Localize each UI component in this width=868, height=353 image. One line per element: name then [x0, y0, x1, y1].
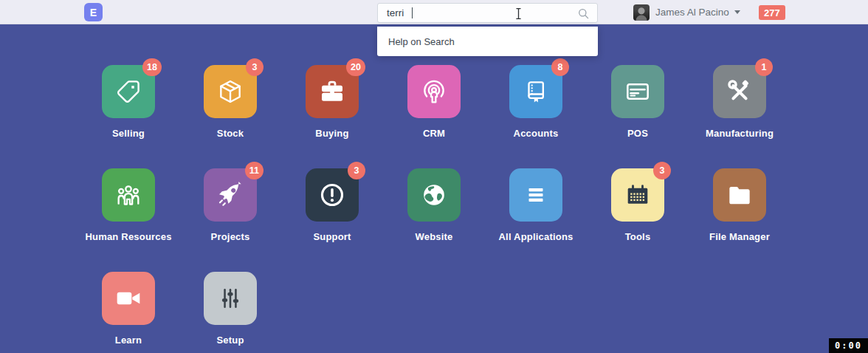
module-badge-count: 3 — [653, 162, 671, 179]
module-icon-box[interactable]: 18 — [102, 65, 155, 118]
briefcase-icon — [317, 77, 347, 106]
module-icon-box[interactable]: 3 — [611, 168, 664, 222]
tools-icon — [725, 77, 754, 106]
module-selling[interactable]: 18 Selling — [78, 65, 179, 139]
module-label: Buying — [315, 128, 348, 139]
module-label: CRM — [423, 128, 445, 139]
module-all-applications[interactable]: All Applications — [485, 168, 587, 242]
rocket-icon — [216, 180, 245, 210]
module-icon-box[interactable] — [611, 65, 664, 118]
global-search: Help on Search — [377, 3, 598, 23]
module-icon-box[interactable] — [509, 168, 562, 222]
module-icon-box[interactable]: 20 — [306, 65, 359, 118]
module-icon-box[interactable] — [407, 168, 461, 222]
menu-icon — [521, 180, 551, 210]
module-accounts[interactable]: 8 Accounts — [485, 65, 587, 139]
module-icon-box[interactable]: 3 — [204, 65, 257, 118]
mouse-cursor-ibeam — [514, 7, 523, 24]
module-label: Manufacturing — [706, 128, 774, 139]
sliders-icon — [216, 284, 244, 312]
issue-icon — [317, 180, 347, 210]
people-icon — [114, 180, 143, 210]
module-grid: 18 Selling 3 Stock 20 Buying CRM 8 Accou… — [78, 24, 790, 353]
module-label: Projects — [211, 231, 250, 242]
module-label: Stock — [217, 128, 244, 139]
module-icon-box[interactable]: 11 — [204, 168, 257, 222]
module-icon-box[interactable] — [102, 272, 155, 325]
user-menu[interactable]: James Al Pacino — [655, 7, 740, 18]
folder-icon — [725, 180, 754, 210]
module-manufacturing[interactable]: 1 Manufacturing — [689, 65, 790, 139]
video-icon — [114, 284, 143, 313]
package-icon — [216, 78, 244, 106]
module-label: All Applications — [499, 231, 574, 242]
module-label: Support — [313, 231, 351, 242]
navbar: E Help on Search James Al Pacino 277 — [0, 0, 868, 24]
module-icon-box[interactable]: 1 — [713, 65, 766, 118]
module-website[interactable]: Website — [383, 168, 485, 242]
module-label: Selling — [112, 128, 145, 139]
globe-icon — [419, 180, 449, 210]
search-icon[interactable] — [577, 7, 590, 20]
module-badge-count: 1 — [755, 58, 773, 76]
notification-count-badge[interactable]: 277 — [759, 5, 785, 20]
module-human-resources[interactable]: Human Resources — [78, 168, 179, 242]
avatar[interactable] — [633, 4, 650, 21]
module-icon-box[interactable]: 8 — [509, 65, 562, 118]
module-label: POS — [627, 128, 648, 139]
module-label: Tools — [625, 231, 651, 242]
user-area: James Al Pacino 277 — [633, 0, 740, 24]
module-crm[interactable]: CRM — [383, 65, 485, 139]
module-label: Setup — [216, 335, 244, 346]
module-support[interactable]: 3 Support — [281, 168, 383, 242]
recording-timer: 0:00 — [829, 338, 868, 353]
module-label: Accounts — [514, 128, 559, 139]
search-input[interactable] — [377, 3, 598, 23]
module-badge-count: 18 — [142, 58, 162, 76]
app-logo[interactable]: E — [84, 3, 103, 21]
search-dropdown: Help on Search — [377, 27, 598, 56]
module-pos[interactable]: POS — [587, 65, 689, 139]
credit-card-icon — [623, 77, 652, 106]
module-setup[interactable]: Setup — [179, 272, 281, 346]
module-label: Website — [415, 231, 452, 242]
desk-background: 18 Selling 3 Stock 20 Buying CRM 8 Accou… — [0, 24, 868, 353]
calendar-icon — [624, 181, 652, 209]
module-badge-count: 11 — [245, 162, 264, 179]
module-buying[interactable]: 20 Buying — [281, 65, 383, 139]
module-icon-box[interactable] — [713, 168, 766, 222]
module-label: Learn — [115, 335, 142, 346]
module-tools[interactable]: 3 Tools — [587, 168, 689, 242]
module-icon-box[interactable] — [102, 168, 155, 222]
module-file-manager[interactable]: File Manager — [689, 168, 790, 242]
text-caret — [412, 7, 413, 18]
module-badge-count: 20 — [346, 58, 365, 76]
module-icon-box[interactable] — [204, 272, 257, 325]
module-icon-box[interactable]: 3 — [306, 168, 359, 222]
user-name-label: James Al Pacino — [655, 7, 729, 18]
ledger-icon — [522, 78, 550, 106]
module-badge-count: 3 — [348, 162, 365, 179]
module-badge-count: 8 — [551, 58, 569, 76]
module-badge-count: 3 — [246, 58, 264, 76]
module-learn[interactable]: Learn — [78, 272, 179, 346]
module-icon-box[interactable] — [407, 65, 461, 118]
module-label: Human Resources — [85, 231, 171, 242]
chevron-down-icon — [734, 10, 740, 14]
module-projects[interactable]: 11 Projects — [179, 168, 281, 242]
search-dropdown-item[interactable]: Help on Search — [388, 36, 455, 47]
tag-icon — [114, 78, 142, 106]
broadcast-icon — [419, 77, 449, 106]
module-label: File Manager — [709, 231, 770, 242]
module-stock[interactable]: 3 Stock — [179, 65, 281, 139]
